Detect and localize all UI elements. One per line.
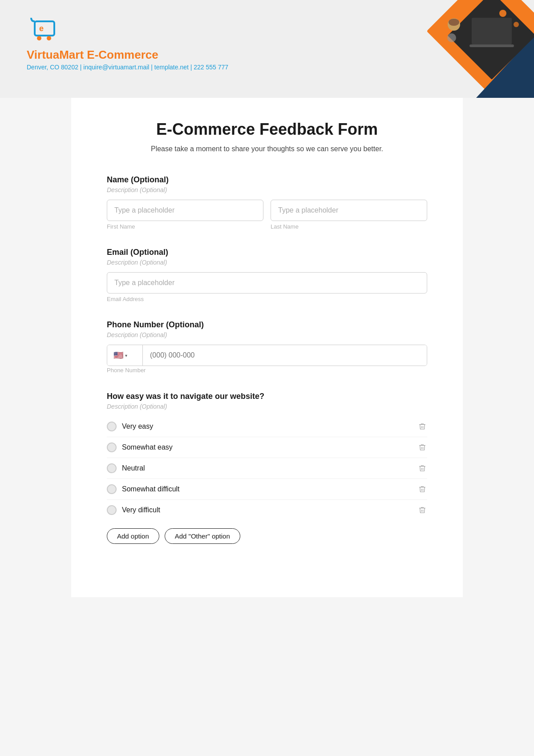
- phone-hint: Phone Number: [107, 367, 146, 374]
- header-graphic: [365, 0, 534, 98]
- name-section-label: Name (Optional): [107, 175, 427, 185]
- radio-label-3: Somewhat difficult: [122, 485, 180, 493]
- last-name-input[interactable]: [271, 200, 427, 221]
- email-input[interactable]: [107, 272, 427, 294]
- first-name-hint: First Name: [107, 223, 263, 230]
- email-group: Email Address: [107, 272, 427, 302]
- radio-option-1: Somewhat easy: [107, 437, 427, 458]
- radio-circle-1[interactable]: [107, 442, 117, 452]
- main-content: E-Commerce Feedback Form Please take a m…: [71, 98, 463, 597]
- svg-rect-9: [469, 44, 514, 47]
- navigation-section: How easy was it to navigate our website?…: [107, 392, 427, 544]
- phone-section-description: Description (Optional): [107, 331, 427, 338]
- last-name-group: Last Name: [271, 200, 427, 230]
- radio-circle-2[interactable]: [107, 463, 117, 473]
- email-hint: Email Address: [107, 296, 427, 302]
- svg-point-12: [499, 10, 506, 17]
- name-input-row: First Name Last Name: [107, 200, 427, 230]
- name-section-description: Description (Optional): [107, 186, 427, 193]
- radio-option-3: Somewhat difficult: [107, 479, 427, 500]
- delete-option-4[interactable]: [417, 505, 427, 515]
- delete-option-0[interactable]: [417, 422, 427, 431]
- logo-icon: e: [27, 13, 62, 44]
- add-option-button[interactable]: Add option: [107, 528, 159, 544]
- phone-country-selector[interactable]: 🇺🇸 ▾: [107, 345, 143, 366]
- email-section-description: Description (Optional): [107, 259, 427, 266]
- last-name-hint: Last Name: [271, 223, 427, 230]
- delete-option-1[interactable]: [417, 442, 427, 452]
- radio-label-2: Neutral: [122, 464, 145, 472]
- svg-point-2: [37, 36, 41, 40]
- radio-label-4: Very difficult: [122, 506, 160, 514]
- form-subtitle: Please take a moment to share your thoug…: [107, 145, 427, 153]
- svg-rect-8: [472, 18, 512, 44]
- radio-circle-4[interactable]: [107, 505, 117, 515]
- add-option-row: Add option Add "Other" option: [107, 528, 427, 544]
- svg-point-14: [447, 33, 456, 42]
- navigation-section-description: Description (Optional): [107, 403, 427, 410]
- header: e VirtuaMart E-Commerce Denver, CO 80202…: [0, 0, 534, 98]
- svg-rect-0: [35, 21, 54, 36]
- phone-input[interactable]: [143, 345, 427, 366]
- form-title: E-Commerce Feedback Form: [107, 120, 427, 139]
- radio-label-0: Very easy: [122, 422, 153, 430]
- first-name-group: First Name: [107, 200, 263, 230]
- radio-option-0: Very easy: [107, 416, 427, 437]
- phone-section-label: Phone Number (Optional): [107, 320, 427, 330]
- radio-option-4: Very difficult: [107, 500, 427, 520]
- delete-option-3[interactable]: [417, 484, 427, 494]
- radio-option-2: Neutral: [107, 458, 427, 479]
- delete-option-2[interactable]: [417, 463, 427, 473]
- name-section: Name (Optional) Description (Optional) F…: [107, 175, 427, 230]
- flag-icon: 🇺🇸: [113, 350, 123, 360]
- radio-circle-0[interactable]: [107, 422, 117, 431]
- phone-section: Phone Number (Optional) Description (Opt…: [107, 320, 427, 374]
- svg-text:e: e: [39, 24, 44, 33]
- svg-point-3: [47, 36, 51, 40]
- add-other-option-button[interactable]: Add "Other" option: [165, 528, 240, 544]
- first-name-input[interactable]: [107, 200, 263, 221]
- radio-circle-3[interactable]: [107, 484, 117, 494]
- radio-options-list: Very easy Somewhat easy: [107, 416, 427, 520]
- email-section-label: Email (Optional): [107, 248, 427, 257]
- chevron-down-icon: ▾: [125, 353, 127, 358]
- email-section: Email (Optional) Description (Optional) …: [107, 248, 427, 302]
- radio-label-1: Somewhat easy: [122, 443, 173, 451]
- svg-point-11: [449, 19, 459, 26]
- navigation-section-label: How easy was it to navigate our website?: [107, 392, 427, 401]
- svg-point-13: [514, 22, 519, 27]
- phone-row: 🇺🇸 ▾: [107, 345, 427, 366]
